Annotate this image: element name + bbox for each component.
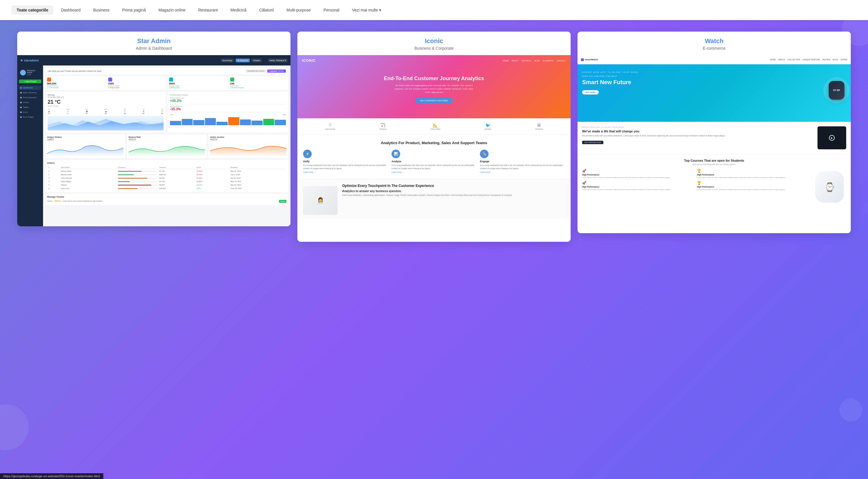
watch-subtitle: E-commerce [582, 46, 846, 51]
star-admin-preview: ★ staradmin Summary ★ Reports Charts Hel… [17, 55, 290, 226]
sa-menu-basic[interactable]: Basic Elements [19, 90, 41, 95]
sa-menu-dot-icons [20, 112, 22, 113]
table-row: 2 Messsy Adam $245.30 30.00% July 1, 201… [48, 173, 286, 176]
watch-nav-blog[interactable]: BLOG [833, 59, 838, 61]
star-admin-header: Star Admin Admin & Dashboard [17, 32, 290, 55]
table-row: 6 Henry Tom $10,500 246% June 16, 2015 [48, 187, 286, 190]
iconic-logo-2: 🏹 Tamboy [379, 123, 386, 130]
watch-hero-btn[interactable]: BUY NOW [582, 90, 599, 94]
watch-nav-unique[interactable]: UNIQUE FEATURE [803, 59, 820, 61]
iconic-feature-analyze: 📊 Analyze It is a long established fact … [392, 150, 476, 173]
nav-item-more[interactable]: Vezi mai multe ▾ [347, 5, 386, 14]
nav-item-magazin[interactable]: Magazin online [153, 5, 191, 14]
watch-started-btn[interactable]: GET STARTED NOW [582, 141, 603, 144]
sa-menu-dot-charts [20, 102, 22, 103]
sa-body: Richard's RobinOnline + New Project Dash… [17, 65, 290, 226]
sa-menu-dashboard[interactable]: Dashboard [19, 86, 41, 90]
iconic-analyze-title: Analyze [392, 160, 476, 163]
table-row: 4 Peter Meggfi $7,718 53.80% May 15, 201… [48, 180, 286, 183]
iconic-engage-icon: ✏️ [480, 150, 489, 158]
iconic-analytics-title: Analytics For Product, Marketing, Sales … [303, 141, 565, 145]
watch-play-btn[interactable]: ▶ [829, 135, 835, 141]
watch-feature-4-text: Lorem ipsum dolor sit amet, consectetur … [697, 188, 809, 191]
iconic-hero-title: End-To-End Customer Journey Analytics [384, 76, 484, 82]
sa-menu-icons[interactable]: Icons [19, 110, 41, 114]
watch-s1-title: We've made a life that will change you [582, 129, 814, 133]
sa-weekly-value: 5693 [169, 82, 226, 85]
star-admin-title: Star Admin [22, 37, 286, 45]
iconic-nav-services[interactable]: SERVICES [521, 60, 531, 62]
sa-menu-tables[interactable]: Tables [19, 105, 41, 110]
iconic-optimize-section: 👩‍💼 Optimize Every Touchpoint In The Cus… [298, 179, 570, 219]
sa-stat-products: 3455 Products Sales ▼ Products value [106, 76, 166, 90]
watch-courses-sub: Why you're commuting with who are friend… [582, 163, 846, 166]
nav-item-all[interactable]: Toate categoriile [11, 5, 53, 14]
main-content: Star Admin Admin & Dashboard ★ staradmin… [0, 20, 868, 253]
watch-feature-3: 🚀 High Performance Lorem ipsum dolor sit… [582, 181, 694, 191]
sa-upgrade-btn[interactable]: Upgrade To Pro [267, 69, 286, 73]
iconic-nav: ICONIC HOME ABOUT SERVICES BLOG ELEMENTS… [298, 59, 570, 63]
iconic-feature-engage: ✏️ Engage It is a long established fact … [480, 150, 565, 173]
watch-video-overlay: ▶ [817, 126, 846, 149]
iconic-nav-contact[interactable]: CONTACT [557, 60, 566, 62]
iconic-cta-btn[interactable]: GET STARTED FOR FREE [415, 98, 453, 104]
watch-feature-1-icon: 🚀 [582, 169, 694, 173]
iconic-hero-sub: No hours sank into aggregating and clean… [394, 84, 474, 94]
sa-new-project-btn[interactable]: + New Project [19, 80, 41, 83]
iconic-nav-elements[interactable]: ELEMENTS [543, 60, 554, 62]
sa-menu-error[interactable]: Error Pages [19, 115, 41, 119]
nav-item-multipurpose[interactable]: Multi-purpose [281, 5, 316, 14]
sa-perf-best: +45.2% [170, 99, 184, 103]
watch-s1-desc: We are here to listen from you deliver a… [582, 134, 814, 137]
sa-stats-row: $65,650 Total Revenue ▲ 3.14% increase 3… [45, 76, 288, 90]
sa-products-icon [108, 78, 112, 82]
sa-menu-dot-basic [20, 92, 22, 94]
watch-logo-icon [581, 58, 584, 61]
sa-menu-dot-dashboard [20, 87, 22, 89]
nav-item-dashboard[interactable]: Dashboard [56, 5, 86, 14]
sa-avatar [20, 70, 26, 76]
iconic-engage-link[interactable]: Learn more → [480, 171, 565, 173]
sa-download-btn[interactable]: Download free version [245, 69, 266, 73]
sa-orders-section: Orders # First Name Progress Amount Sale… [45, 160, 288, 192]
iconic-nav-about[interactable]: ABOUT [512, 60, 518, 62]
iconic-analyze-link[interactable]: Learn more → [392, 171, 476, 173]
sa-nav-reports: ★ Reports [236, 59, 250, 62]
sa-topbar: ★ staradmin Summary ★ Reports Charts Hel… [17, 55, 290, 65]
iconic-logo-3: 📐 Class Atlas [431, 123, 441, 130]
iconic-nav-blog[interactable]: BLOG [534, 60, 540, 62]
sa-nav-items: Summary ★ Reports Charts Hello, Richard … [221, 59, 288, 62]
sa-menu-charts[interactable]: Charts [19, 100, 41, 104]
sa-menu-form[interactable]: Form elements [19, 95, 41, 100]
sa-menu-dot-form [20, 97, 22, 98]
watch-feature-4: 🏆 High Performance Lorem ipsum dolor sit… [697, 181, 809, 191]
watch-title: Watch [582, 37, 846, 45]
nav-item-restaurant[interactable]: Restaurant [193, 5, 223, 14]
sa-manage-tickets: Manage Tickets James CRITICAL Lorem ipsu… [45, 194, 288, 205]
nav-item-medicina[interactable]: Medicină [225, 5, 252, 14]
iconic-unify-link[interactable]: Learn more → [303, 171, 388, 173]
nav-item-personal[interactable]: Personal [318, 5, 344, 14]
iconic-subtitle: Business & Corporate [302, 46, 566, 51]
watch-preview: SmartWatch HOME ABOUT COLLECTION UNIQUE … [578, 55, 851, 233]
sa-perf-title: Performance History [170, 94, 286, 96]
sa-weather-temp: 21 °C [48, 99, 164, 105]
watch-nav-home[interactable]: HOME [770, 59, 776, 61]
watch-feature-2-icon: 🏆 [697, 169, 809, 173]
deco-circle-3 [0, 405, 29, 450]
watch-nav-collection[interactable]: COLLECTION [787, 59, 800, 61]
iconic-optimize-text: Full-Funnel Attribution, Onboarding Opti… [342, 194, 512, 197]
watch-nav-about[interactable]: ABOUT [778, 59, 785, 61]
watch-header: Watch E-commerce [578, 32, 851, 55]
watch-nav-offer[interactable]: OFFER [840, 59, 847, 61]
watch-hero: BRAND NEW APP TO BLOW YOUR MIND NOW YOU … [578, 64, 851, 122]
sa-bar-chart [170, 117, 286, 125]
watch-section1: BRAND NEW APP TO BLOW YOUR MIND We've ma… [578, 122, 851, 154]
iconic-header: Iconic Business & Corporate [298, 32, 570, 55]
nav-item-prima[interactable]: Prima pagină [117, 5, 151, 14]
iconic-analyze-icon: 📊 [392, 150, 400, 158]
watch-nav-review[interactable]: REVIEW [823, 59, 830, 61]
iconic-nav-home[interactable]: HOME [503, 60, 508, 62]
nav-item-calatorii[interactable]: Călatorii [254, 5, 279, 14]
nav-item-business[interactable]: Business [88, 5, 115, 14]
